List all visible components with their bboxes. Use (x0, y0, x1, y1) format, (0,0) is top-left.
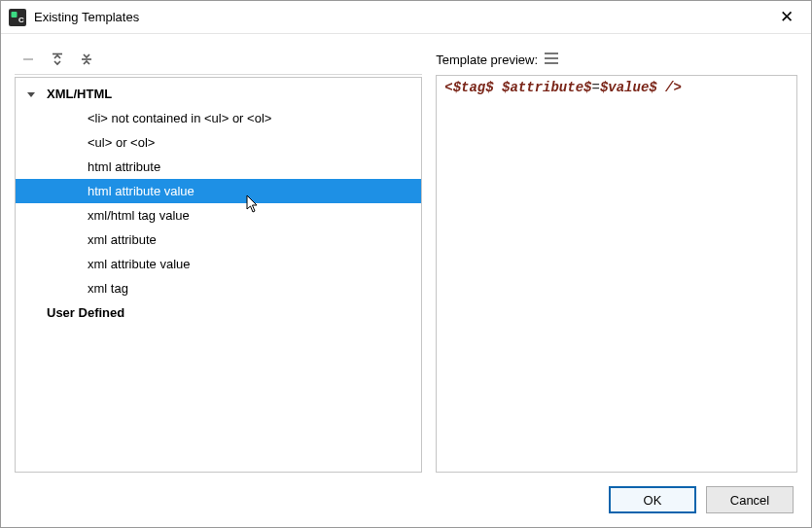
tree-item-xml-tag[interactable]: xml tag (16, 276, 421, 300)
ok-button-label: OK (644, 493, 662, 508)
tree-category-user-defined[interactable]: User Defined (16, 300, 421, 325)
dialog-footer: OK Cancel (1, 473, 811, 527)
tree-toolbar (15, 48, 422, 75)
tree-item-xml-attribute-value[interactable]: xml attribute value (16, 252, 421, 276)
menu-icon[interactable] (544, 51, 559, 68)
tree-item-label: xml/html tag value (88, 208, 190, 223)
tree-item-label: <li> not contained in <ul> or <ol> (88, 111, 271, 125)
svg-text:C: C (18, 16, 24, 24)
template-tree[interactable]: XML/HTML<li> not contained in <ul> or <o… (15, 77, 422, 473)
preview-label: Template preview: (436, 53, 538, 67)
templates-panel: XML/HTML<li> not contained in <ul> or <o… (15, 48, 422, 473)
close-icon: ✕ (780, 7, 794, 27)
preview-header: Template preview: (436, 48, 797, 75)
tree-item-label: xml attribute (88, 232, 157, 247)
cancel-button-label: Cancel (730, 493, 769, 508)
close-button[interactable]: ✕ (764, 1, 809, 34)
tree-item-html-attribute[interactable]: html attribute (16, 155, 421, 179)
tree-item-label: xml tag (88, 281, 128, 296)
collapse-all-icon[interactable] (75, 49, 98, 70)
dialog-content: XML/HTML<li> not contained in <ul> or <o… (1, 34, 811, 473)
chevron-right-icon[interactable] (23, 305, 39, 321)
tree-item-xml-html-tag-value[interactable]: xml/html tag value (16, 203, 421, 228)
tree-item-label: html attribute (88, 159, 160, 174)
preview-token-attr: $attribute$ (502, 80, 591, 95)
tree-item-html-attribute-value[interactable]: html attribute value (16, 179, 421, 203)
preview-token-space (494, 80, 502, 95)
tree-item-xml-attribute[interactable]: xml attribute (16, 228, 421, 252)
tree-category-label: User Defined (41, 305, 130, 320)
tree-item-label: xml attribute value (88, 257, 191, 271)
svg-rect-3 (23, 58, 33, 60)
svg-rect-1 (12, 12, 18, 18)
tree-category-xml-html[interactable]: XML/HTML (16, 82, 421, 106)
tree-category-label: XML/HTML (41, 87, 118, 101)
tree-item-li-not-contained[interactable]: <li> not contained in <ul> or <ol> (16, 106, 421, 130)
preview-token-open: < (444, 80, 452, 95)
preview-panel: Template preview: <$tag$ $attribute$=$va… (436, 48, 797, 473)
tree-item-label: <ul> or <ol> (88, 135, 155, 150)
preview-editor[interactable]: <$tag$ $attribute$=$value$ /> (436, 75, 797, 473)
app-icon: C (9, 9, 26, 26)
preview-token-tag: $tag$ (453, 80, 494, 95)
dialog-window: C Existing Templates ✕ (0, 0, 812, 528)
title-bar: C Existing Templates ✕ (1, 1, 811, 34)
ok-button[interactable]: OK (609, 486, 696, 513)
tree-item-label: html attribute value (88, 184, 194, 198)
expand-all-icon[interactable] (46, 49, 69, 70)
preview-token-val: $value$ (600, 80, 657, 95)
preview-token-eq: = (591, 80, 599, 95)
tree-item-ul-or-ol[interactable]: <ul> or <ol> (16, 130, 421, 155)
window-title: Existing Templates (34, 10, 764, 24)
chevron-down-icon[interactable] (23, 87, 39, 102)
preview-token-close: /> (657, 80, 682, 95)
remove-icon (17, 49, 40, 70)
cancel-button[interactable]: Cancel (706, 486, 794, 513)
